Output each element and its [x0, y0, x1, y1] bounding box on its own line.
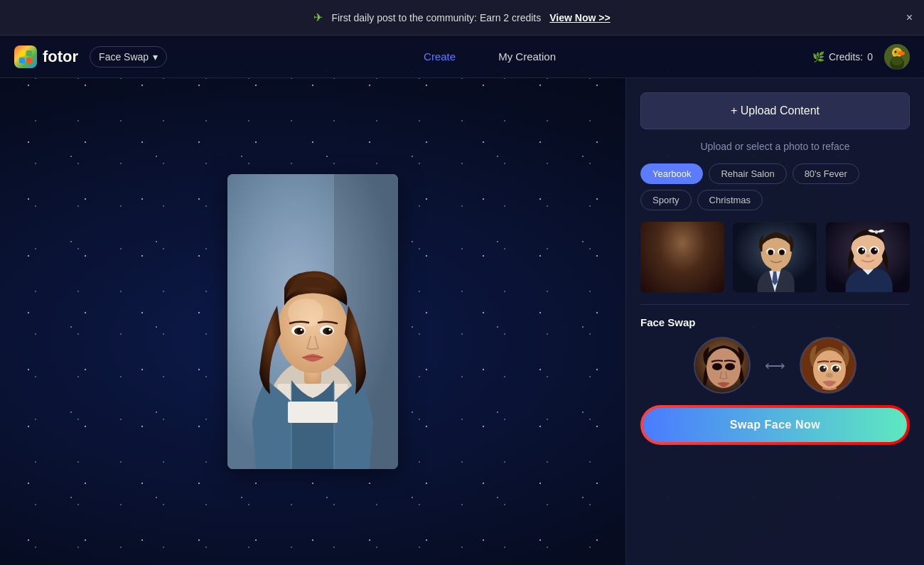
- swap-face-now-button[interactable]: Swap Face Now: [643, 408, 907, 442]
- swap-arrow-icon: ⟷: [765, 357, 785, 374]
- nav-center: Create My Creation: [167, 50, 812, 63]
- svg-point-64: [820, 366, 827, 372]
- svg-point-7: [898, 51, 905, 55]
- thumbnail-1[interactable]: [640, 222, 724, 293]
- svg-point-52: [871, 247, 878, 254]
- svg-rect-0: [19, 50, 25, 56]
- face-swap-nav[interactable]: Face Swap ▾: [90, 46, 167, 68]
- face-swap-label: Face Swap: [99, 51, 149, 63]
- svg-rect-1: [26, 50, 32, 56]
- svg-point-26: [301, 329, 303, 331]
- face-source[interactable]: [694, 337, 751, 394]
- thumbnail-2[interactable]: [733, 222, 817, 293]
- svg-point-8: [895, 50, 897, 53]
- svg-point-68: [826, 373, 833, 378]
- svg-point-66: [824, 367, 826, 369]
- tags-row: Yearbook Rehair Salon 80's Fever Sporty …: [640, 163, 910, 210]
- svg-point-53: [861, 249, 864, 251]
- face-swap-title: Face Swap: [640, 316, 910, 328]
- upload-content-button[interactable]: + Upload Content: [640, 92, 910, 129]
- svg-point-55: [866, 254, 870, 257]
- swap-btn-wrapper: Swap Face Now: [640, 405, 910, 445]
- right-panel: + Upload Content Upload or select a phot…: [625, 78, 924, 565]
- svg-rect-3: [26, 58, 32, 63]
- upload-subtitle: Upload or select a photo to reface: [640, 141, 910, 152]
- svg-rect-28: [288, 402, 338, 423]
- thumbnails-row: [640, 222, 910, 293]
- svg-point-59: [725, 363, 735, 370]
- header-right: 🌿 Credits: 0: [812, 44, 910, 70]
- svg-point-42: [768, 249, 774, 255]
- nav-my-creation[interactable]: My Creation: [498, 50, 556, 63]
- tag-sporty[interactable]: Sporty: [640, 190, 692, 210]
- face-swap-row: ⟷: [640, 337, 910, 394]
- svg-point-32: [684, 251, 694, 258]
- chevron-down-icon: ▾: [153, 51, 158, 63]
- photo-preview: [227, 174, 398, 469]
- svg-point-51: [858, 247, 865, 254]
- svg-point-10: [891, 57, 903, 65]
- leaf-icon: 🌿: [812, 51, 824, 63]
- svg-point-35: [698, 259, 702, 263]
- svg-point-34: [663, 259, 667, 263]
- banner-cta[interactable]: View Now >>: [549, 12, 610, 23]
- user-avatar[interactable]: [884, 44, 910, 70]
- svg-point-48: [874, 230, 878, 234]
- header: fotor Face Swap ▾ Create My Creation 🌿 C…: [0, 36, 924, 78]
- divider: [640, 304, 910, 305]
- svg-point-30: [665, 233, 701, 278]
- credits-area: 🌿 Credits: 0: [812, 51, 873, 63]
- svg-point-43: [779, 249, 785, 255]
- face-swap-section: Face Swap: [640, 316, 910, 394]
- top-banner: ✈ First daily post to the community: Ear…: [0, 0, 924, 36]
- svg-point-67: [837, 367, 839, 369]
- tag-yearbook[interactable]: Yearbook: [640, 163, 703, 184]
- logo-text: fotor: [43, 48, 78, 66]
- logo-area[interactable]: fotor: [14, 45, 78, 68]
- credits-label: Credits:: [829, 51, 863, 63]
- thumbnail-3[interactable]: [826, 222, 910, 293]
- banner-icon: ✈: [313, 11, 323, 24]
- nav-create[interactable]: Create: [424, 50, 456, 63]
- svg-point-58: [712, 363, 722, 370]
- svg-point-33: [679, 259, 685, 264]
- main-content: + Upload Content Upload or select a phot…: [0, 78, 924, 565]
- banner-close-button[interactable]: ×: [906, 11, 913, 24]
- svg-rect-29: [640, 222, 724, 293]
- tag-rehair-salon[interactable]: Rehair Salon: [709, 163, 786, 184]
- banner-text: First daily post to the community: Earn …: [331, 12, 541, 23]
- svg-point-65: [832, 366, 839, 372]
- face-target[interactable]: [800, 337, 856, 394]
- svg-point-27: [329, 329, 331, 331]
- svg-point-54: [874, 249, 876, 251]
- left-panel: [0, 78, 625, 565]
- main-photo-svg: [227, 174, 398, 469]
- credits-value: 0: [867, 51, 873, 63]
- fotor-logo-icon: [14, 45, 37, 68]
- tag-80s-fever[interactable]: 80's Fever: [793, 163, 859, 184]
- svg-point-31: [670, 251, 680, 258]
- svg-rect-2: [19, 58, 25, 63]
- tag-christmas[interactable]: Christmas: [697, 190, 763, 210]
